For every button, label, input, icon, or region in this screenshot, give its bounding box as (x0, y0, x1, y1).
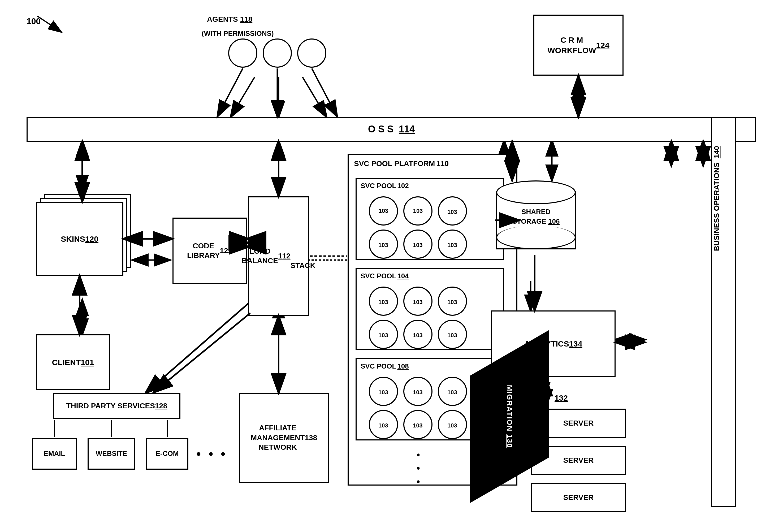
ref-100-arrow (37, 16, 69, 37)
agent-circle-2 (263, 39, 292, 68)
svg-line-50 (218, 69, 243, 116)
code-library-box: CODELIBRARY122 (172, 218, 247, 284)
svg-line-6 (302, 77, 326, 117)
node-103-5: 103 (403, 229, 433, 259)
load-balance-box: LOADBALANCE112STACK (248, 196, 309, 316)
node-103-3: 103 (438, 196, 467, 225)
email-box: EMAIL (32, 438, 77, 470)
node-103-10: 103 (369, 320, 398, 349)
svc-pool-dots: ••• (416, 448, 420, 488)
svg-line-26 (37, 16, 61, 32)
affiliate-mgmt-box: AFFILIATEMANAGEMENTNETWORK 138 (239, 393, 329, 483)
business-operations-label: BUSINESS OPERATIONS 140 (712, 146, 721, 251)
more-dots: • • • (197, 446, 227, 462)
node-103-4: 103 (369, 229, 398, 259)
agents-sub: (WITH PERMISSIONS) (202, 29, 274, 38)
agent-circle-3 (297, 39, 326, 68)
client-box: CLIENT101 (36, 334, 110, 390)
third-party-box: THIRD PARTY SERVICES 128 (53, 393, 180, 419)
website-box: WEBSITE (88, 438, 135, 470)
node-103-12: 103 (438, 320, 467, 349)
node-103-8: 103 (403, 286, 433, 316)
node-103-17: 103 (403, 410, 433, 439)
node-103-7: 103 (369, 286, 398, 316)
svg-line-41 (154, 313, 250, 392)
architecture-diagram: 100 AGENTS 118 (WITH PERMISSIONS) C R MW… (0, 0, 757, 532)
node-103-14: 103 (403, 377, 433, 406)
node-103-15: 103 (438, 377, 467, 406)
node-103-1: 103 (369, 196, 398, 225)
node-103-16: 103 (369, 410, 398, 439)
ref-132-label: 132 (555, 393, 568, 403)
node-103-2: 103 (403, 196, 433, 225)
agent-circle-1 (228, 39, 257, 68)
node-103-11: 103 (403, 320, 433, 349)
server-3-box: SERVER (531, 483, 626, 512)
node-103-13: 103 (369, 377, 398, 406)
node-103-18: 103 (438, 410, 467, 439)
shared-storage: SHAREDSTORAGE 106 (496, 180, 576, 255)
ecom-box: E-COM (146, 438, 188, 470)
svg-line-16 (146, 303, 249, 393)
oss-bar: O S S 114 (26, 117, 756, 142)
svg-line-4 (231, 77, 255, 117)
agents-ref: 118 (240, 15, 252, 23)
skins-box: SKINS 120 (36, 202, 123, 276)
svg-line-52 (312, 69, 337, 116)
oss-ref: 114 (399, 123, 415, 135)
node-103-9: 103 (438, 286, 467, 316)
agents-label: AGENTS 118 (207, 15, 252, 24)
crm-workflow-box: C R MWORKFLOW 124 (533, 15, 623, 75)
node-103-6: 103 (438, 229, 467, 259)
